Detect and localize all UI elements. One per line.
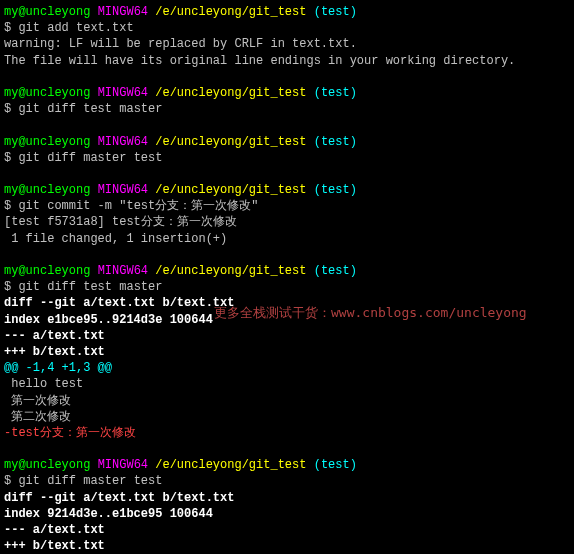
- prompt-line: my@uncleyong MINGW64 /e/uncleyong/git_te…: [4, 263, 570, 279]
- diff-ctx: 第一次修改: [4, 393, 570, 409]
- diff-header: --- a/text.txt: [4, 522, 570, 538]
- diff-ctx: 第二次修改: [4, 409, 570, 425]
- output-line: warning: LF will be replaced by CRLF in …: [4, 36, 570, 52]
- diff-header: --- a/text.txt: [4, 328, 570, 344]
- prompt-line: my@uncleyong MINGW64 /e/uncleyong/git_te…: [4, 457, 570, 473]
- cmd-line: $ git diff master test: [4, 150, 570, 166]
- terminal[interactable]: my@uncleyong MINGW64 /e/uncleyong/git_te…: [4, 4, 570, 554]
- diff-removed: -test分支：第一次修改: [4, 425, 570, 441]
- prompt-line: my@uncleyong MINGW64 /e/uncleyong/git_te…: [4, 4, 570, 20]
- output-line: 1 file changed, 1 insertion(+): [4, 231, 570, 247]
- diff-hunk: @@ -1,4 +1,3 @@: [4, 360, 570, 376]
- diff-header: +++ b/text.txt: [4, 344, 570, 360]
- prompt-line: my@uncleyong MINGW64 /e/uncleyong/git_te…: [4, 182, 570, 198]
- diff-ctx: hello test: [4, 376, 570, 392]
- diff-header: index e1bce95..9214d3e 100644: [4, 312, 570, 328]
- output-line: [test f5731a8] test分支：第一次修改: [4, 214, 570, 230]
- diff-header: diff --git a/text.txt b/text.txt: [4, 490, 570, 506]
- diff-header: +++ b/text.txt: [4, 538, 570, 554]
- cmd-line: $ git diff test master: [4, 279, 570, 295]
- cmd-line: $ git diff test master: [4, 101, 570, 117]
- cmd-line: $ git add text.txt: [4, 20, 570, 36]
- output-line: The file will have its original line end…: [4, 53, 570, 69]
- cmd-line: $ git commit -m "test分支：第一次修改": [4, 198, 570, 214]
- prompt-line: my@uncleyong MINGW64 /e/uncleyong/git_te…: [4, 85, 570, 101]
- cmd-line: $ git diff master test: [4, 473, 570, 489]
- diff-header: diff --git a/text.txt b/text.txt: [4, 295, 570, 311]
- prompt-line: my@uncleyong MINGW64 /e/uncleyong/git_te…: [4, 134, 570, 150]
- diff-header: index 9214d3e..e1bce95 100644: [4, 506, 570, 522]
